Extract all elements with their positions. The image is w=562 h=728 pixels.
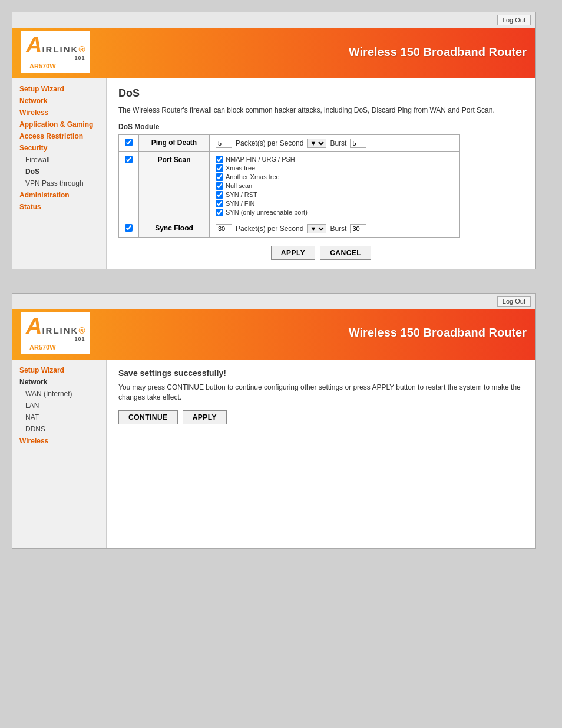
ping-of-death-value[interactable] (216, 139, 232, 148)
logout-button-2[interactable]: Log Out (497, 296, 531, 307)
ping-of-death-burst-label: Burst (330, 139, 346, 147)
label-ping-of-death: Ping of Death (139, 134, 210, 151)
checkbox-port-scan[interactable] (125, 156, 133, 163)
options-ping-of-death: Packet(s) per Second ▼ Burst (210, 134, 460, 151)
label-sync-flood: Sync Flood (139, 220, 210, 237)
sidebar-item-status[interactable]: Status (12, 201, 106, 213)
table-row-port-scan: Port Scan NMAP FIN / URG / PSH Xmas tree (119, 151, 460, 220)
dos-table: Ping of Death Packet(s) per Second ▼ Bur… (118, 134, 460, 238)
checkbox-syn-unreachable[interactable] (216, 209, 223, 216)
sync-flood-burst-label: Burst (330, 225, 346, 233)
panel2-header: Log Out A IRLINK ® 101 AR570W Wireless 1… (12, 294, 535, 360)
port-scan-option-7: SYN (only unreachable port) (216, 209, 454, 216)
router-panel-1: Log Out A IRLINK ® 101 AR570W Wireless 1… (12, 12, 536, 269)
apply-button-1[interactable]: APPLY (271, 246, 315, 260)
port-scan-option-6: SYN / FIN (216, 200, 454, 207)
checkbox-cell-2 (119, 151, 139, 220)
sync-flood-unit: Packet(s) per Second (236, 225, 303, 233)
success-desc: You may press CONTINUE button to continu… (118, 383, 524, 403)
sync-flood-burst-value[interactable] (350, 224, 366, 233)
ping-of-death-unit: Packet(s) per Second (236, 139, 303, 147)
sidebar-item-setup-wizard[interactable]: Setup Wizard (12, 83, 106, 95)
sidebar-item-network[interactable]: Network (12, 95, 106, 107)
checkbox-ping-of-death[interactable] (125, 139, 133, 146)
panel1-body: Setup Wizard Network Wireless Applicatio… (12, 78, 535, 269)
logo-dot-2: ® (78, 325, 85, 335)
brand-title-2: Wireless 150 Broadband Router (349, 326, 527, 340)
sidebar-item-dos[interactable]: DoS (12, 166, 106, 177)
sync-flood-select[interactable]: ▼ (307, 224, 326, 233)
success-title: Save settings successfully! (118, 368, 524, 378)
checkbox-null-scan[interactable] (216, 182, 223, 190)
checkbox-cell-3 (119, 220, 139, 237)
sync-flood-value[interactable] (216, 224, 232, 233)
panel1-button-row: APPLY CANCEL (118, 246, 524, 260)
port-scan-option-1: NMAP FIN / URG / PSH (216, 156, 454, 163)
sidebar-item-security[interactable]: Security (12, 142, 106, 154)
apply-button-2[interactable]: APPLY (183, 410, 227, 424)
logo-a: A (26, 34, 42, 56)
description-1: The Wireless Router's firewall can block… (118, 106, 524, 116)
sidebar-item-vpn-pass[interactable]: VPN Pass through (12, 177, 106, 189)
model-label-2: AR570W (26, 343, 59, 351)
sidebar-item-firewall[interactable]: Firewall (12, 154, 106, 166)
table-row-sync-flood: Sync Flood Packet(s) per Second ▼ Burst (119, 220, 460, 237)
checkbox-cell-1 (119, 134, 139, 151)
sidebar2-item-network[interactable]: Network (12, 376, 106, 388)
section-title-1: DoS Module (118, 123, 524, 131)
logo-101: 101 (74, 55, 85, 61)
page-title-1: DoS (118, 87, 524, 100)
port-scan-options: NMAP FIN / URG / PSH Xmas tree Another X… (216, 156, 454, 216)
sidebar2-item-wireless[interactable]: Wireless (12, 435, 106, 447)
logout-button-1[interactable]: Log Out (497, 15, 531, 25)
sidebar2-item-lan[interactable]: LAN (12, 400, 106, 411)
sidebar2-item-nat[interactable]: NAT (12, 411, 106, 423)
port-scan-option-3: Another Xmas tree (216, 173, 454, 181)
sync-flood-options: Packet(s) per Second ▼ Burst (216, 224, 454, 233)
logo-101-2: 101 (74, 336, 85, 342)
sidebar-1: Setup Wizard Network Wireless Applicatio… (12, 78, 107, 269)
logo-1: A IRLINK ® 101 AR570W (21, 31, 90, 73)
checkbox-nmap[interactable] (216, 156, 223, 163)
ping-of-death-options: Packet(s) per Second ▼ Burst (216, 139, 454, 148)
logo-irlink: IRLINK (42, 44, 78, 54)
sidebar-2: Setup Wizard Network WAN (Internet) LAN … (12, 360, 107, 548)
logo-2: A IRLINK ® 101 AR570W (21, 312, 90, 354)
options-sync-flood: Packet(s) per Second ▼ Burst (210, 220, 460, 237)
brand-title-1: Wireless 150 Broadband Router (349, 45, 527, 59)
sidebar-item-wireless[interactable]: Wireless (12, 107, 106, 118)
logo-irlink-2: IRLINK (42, 325, 78, 335)
checkbox-another-xmas[interactable] (216, 173, 223, 181)
panel2-body: Setup Wizard Network WAN (Internet) LAN … (12, 360, 535, 548)
logo-dot: ® (78, 44, 85, 54)
brand-bar-1: A IRLINK ® 101 AR570W Wireless 150 Broad… (12, 28, 535, 78)
options-port-scan: NMAP FIN / URG / PSH Xmas tree Another X… (210, 151, 460, 220)
label-port-scan: Port Scan (139, 151, 210, 220)
panel2-main: Save settings successfully! You may pres… (107, 360, 535, 548)
continue-button[interactable]: CONTINUE (118, 410, 178, 424)
spacer (12, 281, 550, 293)
brand-bar-2: A IRLINK ® 101 AR570W Wireless 150 Broad… (12, 309, 535, 360)
sidebar2-item-ddns[interactable]: DDNS (12, 423, 106, 435)
sidebar-item-app-gaming[interactable]: Application & Gaming (12, 118, 106, 130)
table-row-ping-of-death: Ping of Death Packet(s) per Second ▼ Bur… (119, 134, 460, 151)
checkbox-syn-fin[interactable] (216, 200, 223, 207)
sidebar-item-administration[interactable]: Administration (12, 189, 106, 201)
logo-a-2: A (26, 315, 42, 337)
sidebar2-item-setup-wizard[interactable]: Setup Wizard (12, 364, 106, 376)
checkbox-syn-rst[interactable] (216, 191, 223, 199)
panel1-main: DoS The Wireless Router's firewall can b… (107, 78, 535, 269)
port-scan-option-4: Null scan (216, 182, 454, 190)
ping-of-death-burst-value[interactable] (350, 139, 366, 148)
checkbox-xmas[interactable] (216, 164, 223, 172)
cancel-button-1[interactable]: CANCEL (320, 246, 371, 260)
router-panel-2: Log Out A IRLINK ® 101 AR570W Wireless 1… (12, 293, 536, 549)
panel2-button-row: CONTINUE APPLY (118, 410, 524, 424)
panel1-header: Log Out A IRLINK ® 101 AR570W Wireless 1… (12, 12, 535, 78)
port-scan-option-5: SYN / RST (216, 191, 454, 199)
sidebar-item-access-restriction[interactable]: Access Restriction (12, 130, 106, 142)
port-scan-option-2: Xmas tree (216, 164, 454, 172)
checkbox-sync-flood[interactable] (125, 224, 133, 232)
sidebar2-item-wan[interactable]: WAN (Internet) (12, 388, 106, 400)
ping-of-death-select[interactable]: ▼ (307, 139, 326, 148)
